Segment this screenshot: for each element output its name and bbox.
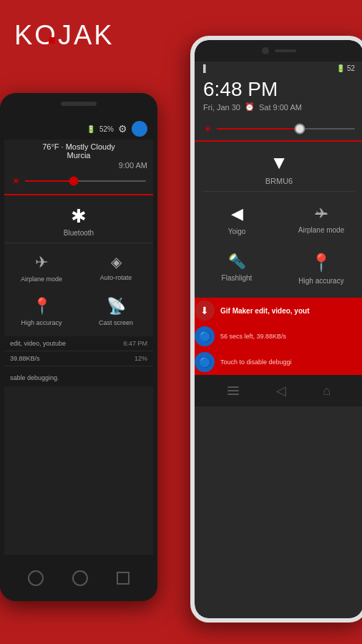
right-battery-num: 52 (347, 64, 355, 72)
right-nav-bar: ◁ ⌂ (195, 375, 362, 406)
right-brightness-thumb[interactable] (294, 124, 305, 135)
right-tile-location[interactable]: 📍 High accuracy (279, 244, 362, 293)
right-time-text: 6:48 PM (203, 78, 278, 100)
left-nav-home[interactable] (72, 570, 88, 586)
right-brightness-icon: ☀ (203, 123, 212, 135)
right-tile-airplane[interactable]: ✈ Airplane mode (279, 196, 362, 244)
right-phone-inner: ▌ 🔋 52 6:48 PM Fri, Jan 30 ⏰ Sat 9:00 AM… (195, 40, 362, 618)
left-location-icon: 📍 (32, 297, 52, 316)
left-brightness-track[interactable] (25, 176, 146, 186)
brand-logo: KOJAK (14, 20, 114, 51)
left-tile-location[interactable]: 📍 High accuracy (4, 290, 79, 333)
right-tile-carrier[interactable]: ◀ Yoigo (195, 196, 279, 244)
right-status-bar: ▌ 🔋 52 (195, 62, 362, 75)
right-location-icon: 📍 (310, 253, 332, 273)
right-battery-pct: 🔋 52 (336, 64, 355, 72)
right-wifi-label: BRMU6 (265, 177, 293, 185)
left-brightness-icon: ☀ (11, 175, 21, 187)
right-notif1-text: Gif Maker edit, video, yout (220, 307, 309, 315)
left-weather: 76°F · Mostly Cloudy Murcia (4, 140, 153, 161)
right-carrier-icon: ◀ (231, 205, 243, 223)
left-time-row: 9:00 AM (4, 161, 153, 170)
right-airplane-icon: ✈ (315, 205, 328, 222)
left-battery-icon: 🔋 (87, 125, 95, 133)
left-airplane-label: Airplane mode (21, 275, 62, 283)
left-notif2-extra: 12% (134, 355, 147, 362)
left-location-label: High accuracy (21, 319, 62, 326)
left-phone: 🔋 52% ⚙ 👤 76°F · Mostly Cloudy Murcia 9:… (0, 93, 157, 601)
right-nav-home-icon[interactable]: ⌂ (323, 384, 331, 399)
brand-text: KOJAK (14, 20, 114, 50)
left-nav-recents[interactable] (117, 572, 129, 585)
right-nav-lines-icon (228, 386, 239, 395)
left-tile-cast[interactable]: 📡 Cast screen (79, 290, 153, 333)
right-alarm-text: Sat 9:00 AM (259, 103, 302, 112)
right-notif-1: ⬇ Gif Maker edit, video, yout (195, 298, 362, 323)
right-signal-icon: ▌ (203, 64, 208, 72)
left-notif-2: 39.88KB/s 12% (4, 351, 153, 366)
left-avatar[interactable]: 👤 (132, 121, 147, 137)
right-date-row: Fri, Jan 30 ⏰ Sat 9:00 AM (195, 101, 362, 117)
left-cast-label: Cast screen (99, 319, 133, 326)
left-weather-text: 76°F · Mostly Cloudy (42, 142, 115, 151)
logo-dot (49, 37, 55, 44)
left-notif2-text: 39.88KB/s (10, 355, 40, 362)
right-notif1-title: Gif Maker edit, video, yout (220, 307, 309, 315)
right-date-text: Fri, Jan 30 (203, 103, 240, 112)
left-notif3-text: sable debugging. (10, 374, 59, 381)
left-notif-3: sable debugging. (4, 366, 153, 386)
right-notif-3: 🔵 Touch to disable debuggi (195, 349, 362, 375)
left-tile-airplane[interactable]: ✈ Airplane mode (4, 246, 79, 290)
left-autorotate-icon: ◈ (111, 253, 122, 270)
right-quick-tiles: ◀ Yoigo ✈ Airplane mode 🔦 Flashlight 📍 H… (195, 192, 362, 298)
left-notif1-text: edit, video, youtube (10, 340, 66, 347)
right-speaker (275, 49, 296, 52)
right-notif2-text: 56 secs left, 39.88KB/s (220, 333, 286, 340)
left-notifications: edit, video, youtube 6:47 PM 39.88KB/s 1… (4, 336, 153, 386)
left-bluetooth-icon[interactable]: ✱ (71, 205, 87, 228)
left-location-text: Murcia (67, 151, 90, 160)
right-time: 6:48 PM (195, 75, 362, 101)
left-settings-icon[interactable]: ⚙ (118, 123, 127, 135)
left-status-bar: 🔋 52% ⚙ 👤 (4, 118, 153, 140)
right-notif-2: 🔵 56 secs left, 39.88KB/s (195, 323, 362, 349)
left-airplane-icon: ✈ (35, 253, 48, 272)
left-battery-pct: 52% (99, 125, 114, 133)
right-location-label: High accuracy (298, 277, 343, 285)
right-camera-dot (262, 47, 269, 54)
left-bluetooth-section: ✱ Bluetooth (4, 197, 153, 243)
right-notif1-icon: ⬇ (195, 301, 215, 321)
right-brightness-track[interactable] (217, 123, 355, 135)
right-phone: ▌ 🔋 52 6:48 PM Fri, Jan 30 ⏰ Sat 9:00 AM… (190, 36, 362, 623)
left-speaker (61, 102, 97, 106)
left-bluetooth-label: Bluetooth (64, 229, 94, 237)
left-quick-tiles: ✈ Airplane mode ◈ Auto-rotate 📍 High acc… (4, 243, 153, 336)
right-camera-bar (195, 40, 362, 62)
right-notif3-icon: 🔵 (195, 352, 215, 372)
left-tile-autorotate[interactable]: ◈ Auto-rotate (79, 246, 153, 290)
right-tile-flashlight[interactable]: 🔦 Flashlight (195, 244, 279, 293)
right-brightness-row: ☀ (195, 117, 362, 140)
right-notif2-icon: 🔵 (195, 326, 215, 346)
right-carrier-label: Yoigo (228, 228, 246, 235)
right-wifi-section: ▼ BRMU6 (195, 142, 362, 191)
left-notif-1: edit, video, youtube 6:47 PM (4, 336, 153, 351)
left-cast-icon: 📡 (107, 297, 126, 316)
left-autorotate-label: Auto-rotate (100, 274, 132, 281)
left-divider (4, 194, 153, 195)
right-wifi-icon[interactable]: ▼ (270, 152, 288, 174)
left-brightness-row: ☀ (4, 170, 153, 192)
right-notifications: ⬇ Gif Maker edit, video, yout 🔵 56 secs … (195, 298, 362, 375)
left-notif1-time: 6:47 PM (123, 340, 147, 347)
right-notif3-text: Touch to disable debuggi (220, 358, 292, 366)
right-airplane-label: Airplane mode (298, 226, 344, 234)
right-nav-back-icon[interactable]: ◁ (276, 383, 286, 399)
left-screen: 🔋 52% ⚙ 👤 76°F · Mostly Cloudy Murcia 9:… (4, 118, 153, 555)
right-alarm-icon: ⏰ (245, 102, 255, 112)
right-flashlight-label: Flashlight (222, 274, 253, 282)
left-time-text: 9:00 AM (119, 161, 147, 170)
left-nav-bar (0, 555, 157, 601)
left-nav-back[interactable] (28, 570, 44, 586)
right-flashlight-icon: 🔦 (228, 253, 246, 270)
